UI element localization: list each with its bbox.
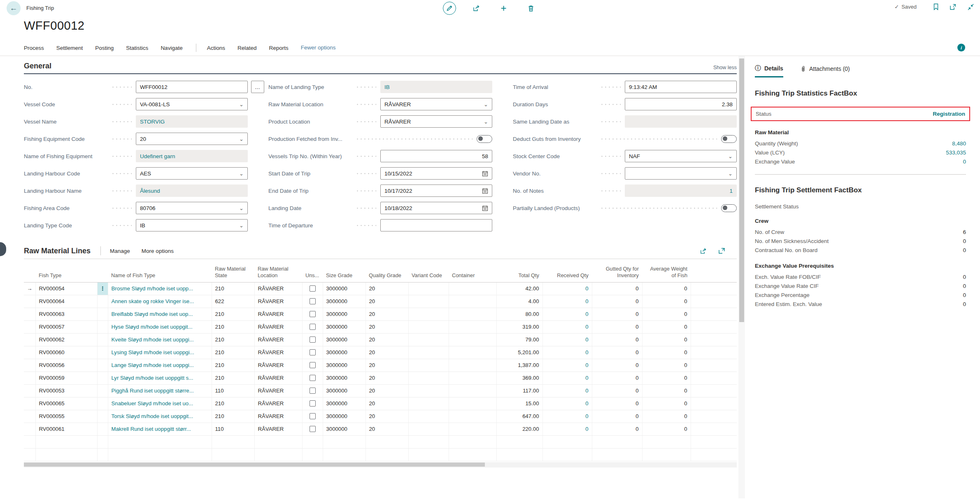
cell-container[interactable] <box>449 359 496 371</box>
cell-gutted-qty[interactable]: 0 <box>592 282 642 295</box>
time-of-arrival-field[interactable]: 9:13:42 AM <box>625 81 737 93</box>
ribbon-item-settlement[interactable]: Settlement <box>56 45 83 51</box>
edit-button[interactable] <box>443 2 456 15</box>
column-header-qual[interactable]: Quality Grade <box>365 260 408 282</box>
fish-type-name-link[interactable]: Torsk Sløyd m/hode iset uoppgit... <box>112 413 193 419</box>
cell-raw-material-state[interactable]: 210 <box>212 308 254 320</box>
info-icon[interactable]: i <box>957 44 965 51</box>
fish-type-name-link[interactable]: Pigghå Rund iset uoppgitt større... <box>112 388 194 394</box>
cell-gutted-qty[interactable]: 0 <box>592 308 642 320</box>
cell-gutted-qty[interactable]: 0 <box>592 333 642 346</box>
cell-quality-grade[interactable]: 20 <box>365 346 408 359</box>
cell-average-weight[interactable]: 0 <box>642 346 691 359</box>
fish-type-name-link[interactable]: Annen skate og rokke Vinger ise... <box>112 298 194 304</box>
cell-total-qty[interactable]: 15.00 <box>496 397 542 410</box>
cell-container[interactable] <box>449 423 496 435</box>
cell-fish-type[interactable]: RV000056 <box>35 359 97 371</box>
value-lcy-value[interactable]: 533,035 <box>946 150 966 156</box>
fishing-area-code-field[interactable]: 80706⌄ <box>136 202 248 214</box>
cell-gutted-qty[interactable]: 0 <box>592 346 642 359</box>
no-of-notes-value[interactable]: 1 <box>629 188 733 194</box>
cell-raw-material-location[interactable]: RÅVARER <box>254 282 302 295</box>
unsorted-checkbox[interactable] <box>310 285 316 292</box>
row-menu-dots-icon[interactable]: ⋮ <box>98 283 108 295</box>
cell-variant-code[interactable] <box>408 346 449 359</box>
cell-average-weight[interactable]: 0 <box>642 371 691 384</box>
fewer-options-button[interactable]: Fewer options <box>301 44 336 51</box>
column-header-total[interactable]: Total Qty <box>496 260 542 282</box>
cell-raw-material-state[interactable]: 622 <box>212 295 254 308</box>
deduct-guts-from-inventory-toggle[interactable] <box>721 135 737 143</box>
cell-gutted-qty[interactable]: 0 <box>592 320 642 333</box>
fish-type-name-link[interactable]: Lysing Sløyd m/hode iset uoppgi... <box>112 349 194 355</box>
cell-total-qty[interactable]: 79.00 <box>496 333 542 346</box>
cell-total-qty[interactable]: 80.00 <box>496 308 542 320</box>
cell-total-qty[interactable]: 4.00 <box>496 295 542 308</box>
column-header-fish[interactable]: Fish Type <box>35 260 97 282</box>
cell-raw-material-location[interactable]: RÅVARER <box>254 320 302 333</box>
fish-type-name-link[interactable]: Kveite Sløyd m/hode iset uoppgi... <box>112 336 194 343</box>
fish-type-name-link[interactable]: Makrell Rund iset uoppgitt størr... <box>112 426 191 432</box>
ribbon-item-related[interactable]: Related <box>237 45 257 51</box>
unsorted-checkbox[interactable] <box>310 413 316 419</box>
cell-size-grade[interactable]: 3000000 <box>323 359 365 371</box>
cell-average-weight[interactable]: 0 <box>642 384 691 397</box>
received-qty-link[interactable]: 0 <box>585 336 588 343</box>
duration-days-field[interactable]: 2.38 <box>625 98 737 110</box>
cell-size-grade[interactable]: 3000000 <box>323 371 365 384</box>
expand-grid-icon[interactable] <box>718 248 725 254</box>
cell-container[interactable] <box>449 371 496 384</box>
received-qty-link[interactable]: 0 <box>585 388 588 394</box>
ribbon-item-reports[interactable]: Reports <box>269 45 289 51</box>
cell-total-qty[interactable]: 117.00 <box>496 384 542 397</box>
ribbon-item-statistics[interactable]: Statistics <box>126 45 148 51</box>
received-qty-link[interactable]: 0 <box>585 400 588 407</box>
cell-raw-material-location[interactable]: RÅVARER <box>254 359 302 371</box>
cell-gutted-qty[interactable]: 0 <box>592 423 642 435</box>
cell-quality-grade[interactable]: 20 <box>365 359 408 371</box>
cell-raw-material-state[interactable]: 210 <box>212 359 254 371</box>
exchange-value-value[interactable]: 0 <box>963 159 966 165</box>
cell-raw-material-state[interactable]: 110 <box>212 384 254 397</box>
general-heading[interactable]: General <box>24 62 51 70</box>
share-button[interactable] <box>470 2 483 15</box>
ribbon-item-posting[interactable]: Posting <box>95 45 114 51</box>
cell-gutted-qty[interactable]: 0 <box>592 410 642 423</box>
cell-raw-material-state[interactable]: 210 <box>212 282 254 295</box>
landing-date-field[interactable]: 10/18/2022 <box>380 202 492 214</box>
landing-type-code-field[interactable]: IB⌄ <box>136 219 248 231</box>
end-date-of-trip-field[interactable]: 10/17/2022 <box>380 185 492 197</box>
cell-quality-grade[interactable]: 20 <box>365 333 408 346</box>
stock-center-code-field[interactable]: NAF⌄ <box>625 150 737 162</box>
cell-variant-code[interactable] <box>408 320 449 333</box>
column-header-size[interactable]: Size Grade <box>323 260 365 282</box>
column-header-uns[interactable]: Uns... <box>302 260 323 282</box>
tab-attachments[interactable]: Attachments (0) <box>801 64 850 77</box>
cell-size-grade[interactable]: 3000000 <box>323 295 365 308</box>
cell-raw-material-location[interactable]: RÅVARER <box>254 384 302 397</box>
cell-container[interactable] <box>449 333 496 346</box>
lines-heading[interactable]: Raw Material Lines <box>24 247 91 255</box>
cell-average-weight[interactable]: 0 <box>642 410 691 423</box>
back-button[interactable]: ← <box>7 1 21 15</box>
name-of-landing-type-value[interactable]: IB <box>384 84 488 90</box>
cell-raw-material-location[interactable]: RÅVARER <box>254 397 302 410</box>
column-header-name[interactable]: Name of Fish Type <box>108 260 212 282</box>
production-fetched-from-inv-toggle[interactable] <box>477 135 492 143</box>
cell-variant-code[interactable] <box>408 384 449 397</box>
cell-size-grade[interactable]: 3000000 <box>323 333 365 346</box>
cell-fish-type[interactable]: RV000065 <box>35 397 97 410</box>
cell-raw-material-state[interactable]: 110 <box>212 423 254 435</box>
cell-quality-grade[interactable]: 20 <box>365 282 408 295</box>
cell-quality-grade[interactable]: 20 <box>365 384 408 397</box>
cell-quality-grade[interactable]: 20 <box>365 308 408 320</box>
column-header-cont[interactable]: Container <box>449 260 496 282</box>
received-qty-link[interactable]: 0 <box>585 362 588 368</box>
cell-raw-material-location[interactable]: RÅVARER <box>254 423 302 435</box>
column-header-gut[interactable]: Gutted Qty for Inventory <box>592 260 642 282</box>
cell-total-qty[interactable]: 647.00 <box>496 410 542 423</box>
cell-raw-material-location[interactable]: RÅVARER <box>254 308 302 320</box>
column-header-avg[interactable]: Average Weight of Fish <box>642 260 691 282</box>
cell-raw-material-location[interactable]: RÅVARER <box>254 346 302 359</box>
received-qty-link[interactable]: 0 <box>585 375 588 381</box>
